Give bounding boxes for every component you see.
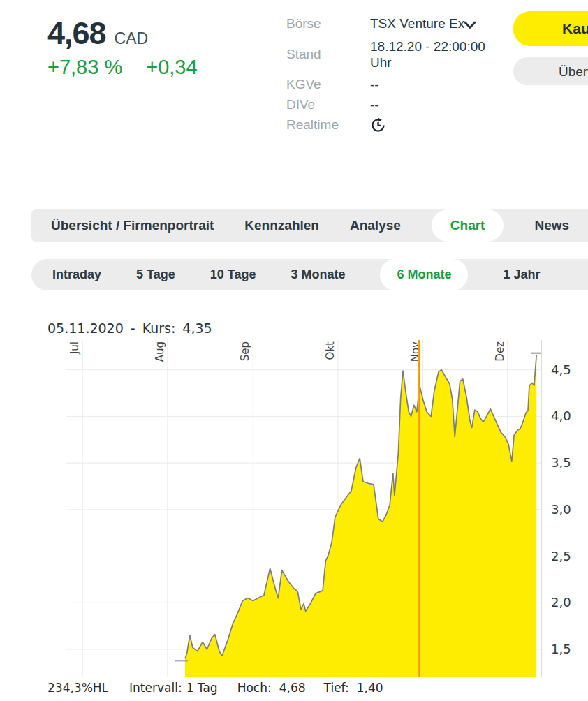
y-axis-label-4-0: 4,0 — [551, 408, 571, 423]
chart-cursor-line — [418, 340, 420, 677]
timeframe-5-tage[interactable]: 5 Tage — [136, 267, 175, 282]
tab-chart[interactable]: Chart — [432, 209, 504, 242]
fact-label: DIVe — [286, 97, 370, 112]
chart-hover-info: 05.11.2020 - Kurs: 4,35 — [47, 320, 212, 336]
fact-value: 18.12.20 - 22:00:00 Uhr — [370, 38, 487, 71]
stat-low-value: 1,40 — [357, 681, 383, 695]
buy-button[interactable]: Kaufen — [513, 11, 588, 46]
stat-high-value: 4,68 — [279, 681, 306, 695]
tab-übersicht-firmenportrait[interactable]: Übersicht / Firmenportrait — [51, 218, 214, 233]
change-block: +7,83 % +0,34 — [47, 56, 198, 79]
watch-button[interactable]: Überwachen — [513, 57, 588, 85]
currency-label: CAD — [115, 29, 149, 48]
quote-facts: BörseTSX Venture ExStand18.12.20 - 22:00… — [286, 15, 503, 133]
stat-high-label: Hoch: — [237, 681, 272, 695]
timeframe-intraday[interactable]: Intraday — [52, 267, 101, 282]
fact-label: Börse — [286, 16, 370, 31]
hover-kurs-label: Kurs: — [142, 320, 176, 336]
price-area-fill — [185, 355, 536, 677]
stat-hl: 234,3%HL — [47, 681, 108, 695]
y-axis-label-2-5: 2,5 — [551, 549, 571, 563]
fact-value: -- — [370, 77, 379, 93]
timeframe-6-monate[interactable]: 6 Monate — [380, 259, 468, 290]
y-axis-label-4-5: 4,5 — [551, 362, 571, 377]
hover-separator: - — [131, 320, 135, 336]
tab-kennzahlen[interactable]: Kennzahlen — [244, 218, 319, 233]
fact-value: TSX Venture Ex — [370, 15, 464, 31]
timeframe-3-monate[interactable]: 3 Monate — [291, 267, 345, 282]
price-chart-svg — [66, 340, 541, 677]
x-axis-label-jul: Jul — [68, 341, 81, 354]
fact-label: Stand — [286, 47, 370, 62]
timeframe-tab-bar: Intraday5 Tage10 Tage3 Monate6 Monate1 J… — [31, 259, 588, 290]
fact-row-realtime: Realtime — [286, 117, 503, 133]
price-block: 4,68 CAD — [47, 15, 148, 52]
tab-analyse[interactable]: Analyse — [350, 218, 401, 233]
x-axis-label-sep: Sep — [239, 341, 251, 361]
fact-value: -- — [370, 97, 379, 113]
current-price: 4,68 — [47, 15, 106, 52]
tab-news[interactable]: News — [534, 218, 569, 233]
hover-date: 05.11.2020 — [47, 320, 124, 336]
stat-interval-label: Intervall: — [129, 681, 182, 695]
chart-footer-stats: 234,3%HL Intervall: 1 Tag Hoch: 4,68 Tie… — [47, 681, 383, 695]
refresh-clock-icon[interactable] — [370, 117, 386, 133]
fact-row-stand: Stand18.12.20 - 22:00:00 Uhr — [286, 38, 503, 71]
main-tab-bar: Übersicht / FirmenportraitKennzahlenAnal… — [31, 209, 588, 242]
fact-row-börse: BörseTSX Venture Ex — [286, 15, 503, 31]
fact-row-kgve: KGVe-- — [286, 77, 503, 93]
y-axis-label-3-5: 3,5 — [551, 455, 571, 470]
y-axis-label-2-0: 2,0 — [551, 595, 571, 610]
x-axis-label-okt: Okt — [324, 341, 337, 360]
hover-kurs-value: 4,35 — [182, 320, 212, 336]
x-axis-label-aug: Aug — [154, 341, 166, 362]
fact-label: Realtime — [286, 117, 370, 133]
chevron-down-icon[interactable] — [463, 20, 477, 30]
quote-page: 4,68 CAD +7,83 % +0,34 BörseTSX Venture … — [0, 0, 588, 701]
fact-row-dive: DIVe-- — [286, 97, 503, 113]
chart-plot-area[interactable] — [66, 340, 542, 677]
y-axis-label-3-0: 3,0 — [551, 502, 571, 517]
y-axis-label-1-5: 1,5 — [551, 642, 571, 656]
stat-low-label: Tief: — [324, 681, 349, 695]
fact-label: KGVe — [286, 77, 370, 92]
change-percent: +7,83 % — [47, 56, 122, 79]
x-axis-label-dez: Dez — [494, 341, 506, 362]
change-absolute: +0,34 — [146, 56, 197, 79]
timeframe-1-jahr[interactable]: 1 Jahr — [503, 267, 540, 282]
stat-interval-value: 1 Tag — [186, 681, 218, 695]
timeframe-10-tage[interactable]: 10 Tage — [210, 267, 256, 282]
